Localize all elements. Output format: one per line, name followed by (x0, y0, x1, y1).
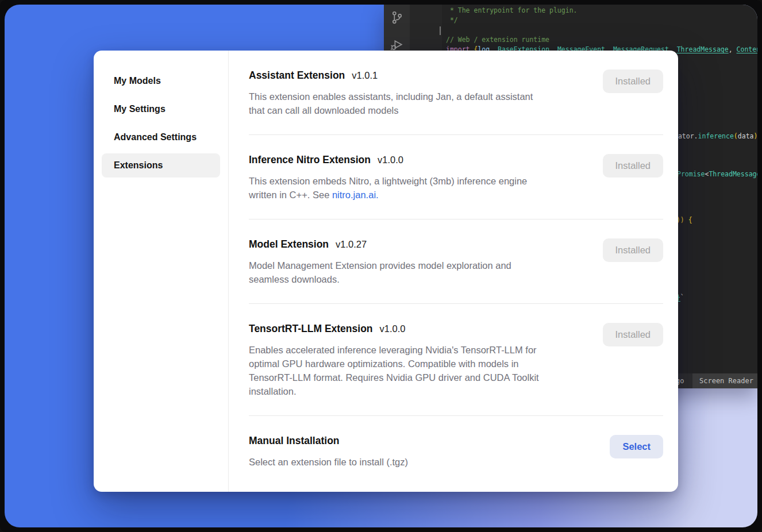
extension-version: v1.0.0 (380, 323, 406, 334)
description-text: Enables accelerated inference leveraging… (249, 345, 539, 396)
code-token: ( (734, 132, 738, 140)
code-fragment: rator.inference(data)); (674, 132, 757, 140)
extension-info: Model Extensionv1.0.27Model Management E… (249, 238, 603, 286)
extension-info: Inference Nitro Extensionv1.0.0This exte… (249, 154, 603, 202)
settings-modal: My ModelsMy SettingsAdvanced SettingsExt… (94, 51, 678, 492)
source-control-icon[interactable] (390, 10, 404, 25)
extension-title: Inference Nitro Extensionv1.0.0 (249, 154, 603, 166)
extension-title: Manual Installation (249, 435, 610, 447)
code-line: 4 (410, 25, 757, 35)
settings-sidebar: My ModelsMy SettingsAdvanced SettingsExt… (94, 51, 229, 492)
screenshot-stage: 12 * The entrypoint for the plugin.3 */4… (0, 0, 762, 532)
run-debug-icon[interactable] (390, 37, 404, 52)
code-token: Promise (677, 170, 705, 178)
extension-title: Assistant Extensionv1.0.1 (249, 70, 603, 82)
extension-row: Inference Nitro Extensionv1.0.0This exte… (249, 134, 663, 219)
extension-name: TensortRT-LLM Extension (249, 323, 373, 334)
extension-row: Assistant Extensionv1.0.1This extension … (249, 51, 663, 134)
code-token: ThreadMessage (709, 170, 757, 178)
extension-description: Select an extension file to install (.tg… (249, 455, 594, 469)
code-line: 2 * The entrypoint for the plugin. (410, 6, 757, 16)
editor-cursor (440, 26, 441, 35)
code-token: { (688, 216, 692, 224)
gradient-backdrop: 12 * The entrypoint for the plugin.3 */4… (5, 5, 757, 527)
extensions-list: Assistant Extensionv1.0.1This extension … (229, 51, 678, 492)
extension-description: This extension embeds Nitro, a lightweig… (249, 174, 594, 202)
code-token: ThreadMessage (677, 45, 729, 53)
code-token: )) (676, 216, 688, 224)
extension-row: TensortRT-LLM Extensionv1.0.0Enables acc… (249, 303, 663, 415)
extension-link[interactable]: nitro.jan.ai. (332, 190, 379, 200)
extension-version: v1.0.27 (336, 239, 367, 249)
installed-button[interactable]: Installed (603, 238, 663, 262)
sidebar-item-extensions[interactable]: Extensions (102, 153, 220, 178)
code-line: 3 */ (410, 16, 757, 25)
extension-name: Assistant Extension (249, 70, 345, 81)
sidebar-item-my-settings[interactable]: My Settings (102, 97, 220, 121)
sidebar-item-my-models[interactable]: My Models (102, 69, 220, 93)
description-text: This extension embeds Nitro, a lightweig… (249, 176, 527, 200)
extension-name: Manual Installation (249, 435, 340, 446)
description-text: Select an extension file to install (.tg… (249, 457, 408, 467)
code-token: , (729, 45, 737, 53)
extension-title: Model Extensionv1.0.27 (249, 238, 603, 250)
extension-info: TensortRT-LLM Extensionv1.0.0Enables acc… (249, 323, 603, 398)
select-button[interactable]: Select (610, 435, 663, 458)
extension-row: Manual InstallationSelect an extension f… (249, 415, 663, 486)
extension-description: This extension enables assistants, inclu… (249, 90, 594, 117)
code-token: ` (680, 294, 684, 302)
installed-button[interactable]: Installed (603, 323, 663, 346)
extension-info: Assistant Extensionv1.0.1This extension … (249, 70, 603, 117)
code-line: 5// Web / extension runtime (410, 35, 757, 45)
description-text: This extension enables assistants, inclu… (249, 91, 533, 115)
description-text: Model Management Extension provides mode… (249, 260, 511, 284)
extension-info: Manual InstallationSelect an extension f… (249, 435, 610, 469)
code-token: ContentType (737, 45, 757, 53)
code-token: * The entrypoint for the plugin. (446, 6, 577, 14)
code-text: // Web / extension runtime (429, 35, 549, 45)
code-token: )) (754, 132, 758, 140)
sidebar-item-advanced-settings[interactable]: Advanced Settings (102, 125, 220, 149)
installed-button[interactable]: Installed (603, 70, 663, 93)
code-text: * The entrypoint for the plugin. (429, 6, 577, 16)
code-token: // Web / extension runtime (446, 36, 549, 44)
installed-button[interactable]: Installed (603, 154, 663, 178)
code-token: inference (698, 132, 734, 140)
code-token: */ (446, 16, 458, 24)
screen-reader-optimize-tab[interactable]: Screen Reader Optimize (692, 373, 757, 388)
extension-name: Inference Nitro Extension (249, 154, 371, 165)
extension-title: TensortRT-LLM Extensionv1.0.0 (249, 323, 603, 335)
extension-description: Enables accelerated inference leveraging… (249, 343, 594, 398)
extension-row: Model Extensionv1.0.27Model Management E… (249, 219, 663, 303)
code-token: data (738, 132, 754, 140)
code-lines: 12 * The entrypoint for the plugin.3 */4… (410, 5, 757, 55)
extension-name: Model Extension (249, 238, 329, 250)
extension-version: v1.0.0 (378, 155, 403, 165)
code-fragment: Promise<ThreadMessage> (677, 170, 757, 178)
extension-version: v1.0.1 (352, 70, 378, 80)
extension-description: Model Management Extension provides mode… (249, 259, 594, 286)
